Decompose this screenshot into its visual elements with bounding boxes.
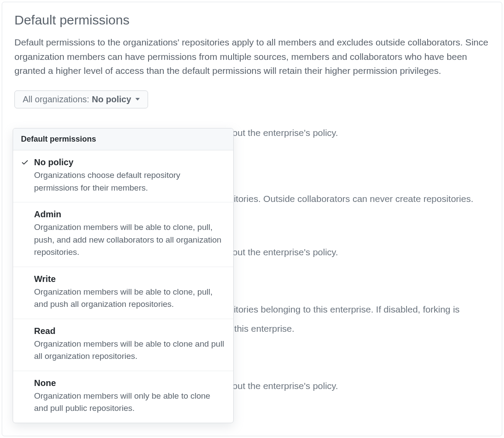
policy-dropdown-menu: Default permissions No policy Organizati… <box>13 128 234 423</box>
policy-option-admin[interactable]: Admin Organization members will be able … <box>13 202 233 267</box>
policy-dropdown-button[interactable]: All organizations: No policy <box>14 90 148 108</box>
dropdown-prefix: All organizations: <box>23 94 89 104</box>
option-title: Admin <box>34 209 225 219</box>
option-desc: Organization members will be able to clo… <box>34 338 225 363</box>
policy-option-read[interactable]: Read Organization members will be able t… <box>13 319 233 371</box>
policy-option-no-policy[interactable]: No policy Organizations choose default r… <box>13 150 233 202</box>
page-title: Default permissions <box>14 13 490 28</box>
settings-panel: Default permissions Default permissions … <box>2 2 502 436</box>
option-title: Read <box>34 326 225 336</box>
option-title: None <box>34 378 225 388</box>
option-title: Write <box>34 274 225 284</box>
option-desc: Organization members will only be able t… <box>34 390 225 415</box>
dropdown-value: No policy <box>92 94 131 104</box>
option-title: No policy <box>34 157 225 167</box>
description-text: Default permissions to the organizations… <box>14 35 490 78</box>
policy-option-none[interactable]: None Organization members will only be a… <box>13 371 233 423</box>
option-desc: Organization members will be able to clo… <box>34 286 225 311</box>
policy-option-write[interactable]: Write Organization members will be able … <box>13 267 233 319</box>
dropdown-menu-header: Default permissions <box>13 129 233 150</box>
caret-down-icon <box>135 98 140 101</box>
option-desc: Organizations choose default repository … <box>34 169 225 194</box>
option-desc: Organization members will be able to clo… <box>34 221 225 259</box>
check-icon <box>21 158 29 166</box>
